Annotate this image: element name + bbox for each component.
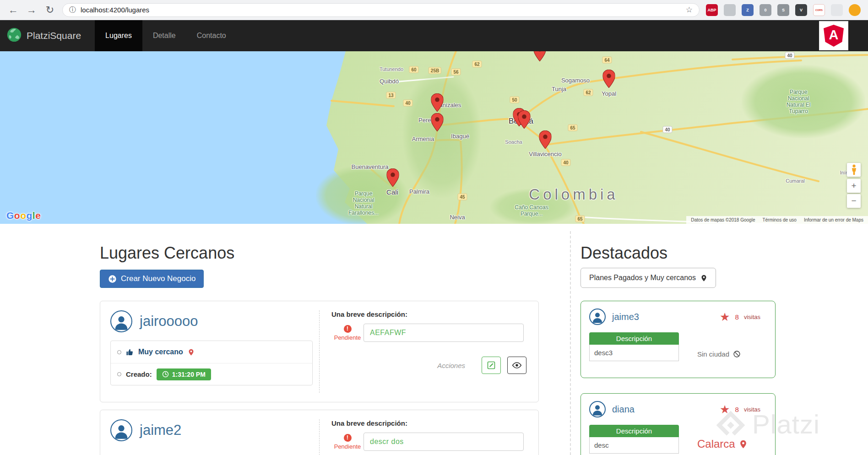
featured-name-link[interactable]: diana xyxy=(612,404,635,415)
map-pin-icon xyxy=(700,275,707,282)
map-marker-icon[interactable] xyxy=(431,93,444,114)
brand[interactable]: PlatziSquare xyxy=(0,20,81,51)
place-name-link[interactable]: jaime2 xyxy=(140,422,181,439)
description-label: Una breve descripción: xyxy=(331,419,528,427)
page-title: Lugares Cercanos xyxy=(100,244,539,262)
map-label: Colombia xyxy=(529,191,618,198)
map-marker-icon[interactable] xyxy=(534,51,546,63)
city-info: Calarca xyxy=(697,438,748,450)
exclamation-icon: ! xyxy=(344,325,352,333)
map-label: Sogamoso xyxy=(561,77,590,84)
eye-icon xyxy=(512,361,522,369)
nav-item-contacto[interactable]: Contacto xyxy=(186,20,237,51)
user-avatar-icon xyxy=(110,419,132,441)
map-marker-icon[interactable] xyxy=(603,70,615,90)
featured-card: jaime3 ★ 8 visitas Descripción Sin ciuda… xyxy=(580,301,776,378)
city-label: Calarca xyxy=(697,438,735,450)
user-avatar-angular-logo[interactable]: A xyxy=(819,21,848,50)
forward-button[interactable]: → xyxy=(26,5,38,15)
extension-icon[interactable] xyxy=(724,4,736,16)
visits: ★ 8 visitas xyxy=(720,404,760,415)
destacados-section: Destacados Planes Pagados y Muy cercanos… xyxy=(580,233,776,455)
place-name-link[interactable]: jairooooo xyxy=(140,313,198,330)
destacados-title: Destacados xyxy=(580,244,776,262)
google-map[interactable]: TutunendoQuibdóSogamosoTunjaYopalManizal… xyxy=(0,51,868,224)
status-pending: ! Pendiente xyxy=(331,434,363,450)
nav-item-lugares[interactable]: Lugares xyxy=(95,20,142,51)
route-shield: 45 xyxy=(457,194,467,200)
user-avatar-icon xyxy=(589,309,606,325)
map-pin-icon xyxy=(188,349,195,356)
lugares-section: Lugares Cercanos Crear Nuevo Negocio xyxy=(100,233,539,455)
globe-icon xyxy=(6,27,22,44)
map-annotations: TutunendoQuibdóSogamosoTunjaYopalManizal… xyxy=(0,51,868,224)
extension-icon[interactable]: CORS xyxy=(813,4,825,16)
map-marker-icon[interactable] xyxy=(431,113,444,133)
route-shield: 62 xyxy=(472,61,482,68)
report-error-link[interactable]: Informar de un error de Maps xyxy=(804,217,863,222)
visits: ★ 8 visitas xyxy=(720,311,760,323)
google-logo[interactable]: Google xyxy=(6,210,41,221)
place-card: jaime2 Una breve descripción: ! Pendient… xyxy=(100,410,539,455)
extension-icon[interactable]: 0 xyxy=(760,4,771,16)
filter-plans-button[interactable]: Planes Pagados y Muy cercanos xyxy=(580,268,716,288)
description-input[interactable] xyxy=(363,324,524,342)
brand-name: PlatziSquare xyxy=(27,30,81,41)
visit-count: 8 xyxy=(735,406,739,413)
create-business-button[interactable]: Crear Nuevo Negocio xyxy=(100,270,204,288)
city-label: Sin ciudad xyxy=(697,350,729,358)
map-label: Cumaral xyxy=(786,178,805,184)
map-label: Yopal xyxy=(602,90,616,97)
description-input[interactable] xyxy=(363,433,524,451)
url-text: localhost:4200/lugares xyxy=(81,6,149,14)
zoom-out-button[interactable]: − xyxy=(847,194,861,208)
extension-icon[interactable]: Z xyxy=(742,4,754,16)
visit-count: 8 xyxy=(735,313,739,321)
map-pin-icon xyxy=(739,440,748,449)
visit-label: visitas xyxy=(744,406,760,413)
featured-description-input[interactable] xyxy=(589,345,679,361)
featured-name-link[interactable]: jaime3 xyxy=(612,312,639,322)
featured-description-input[interactable] xyxy=(589,437,679,454)
view-button[interactable] xyxy=(507,357,526,374)
description-label: Una breve descripción: xyxy=(331,310,528,318)
extension-icon[interactable] xyxy=(831,4,843,16)
nav-item-detalle[interactable]: Detalle xyxy=(142,20,186,51)
back-button[interactable]: ← xyxy=(7,5,19,15)
plus-circle-icon xyxy=(108,275,117,283)
route-shield: 40 xyxy=(561,159,570,166)
street-view-pegman[interactable] xyxy=(847,163,861,177)
map-marker-icon[interactable] xyxy=(387,168,399,189)
extension-icon[interactable]: ABP xyxy=(706,4,718,16)
proximity-row: Muy cercano xyxy=(111,341,312,363)
reload-button[interactable]: ↻ xyxy=(44,5,56,15)
map-marker-icon[interactable] xyxy=(539,130,552,151)
visit-label: visitas xyxy=(744,314,760,320)
extension-icon[interactable]: S xyxy=(777,4,789,16)
map-marker-icon[interactable] xyxy=(518,110,531,130)
browser-window: ← → ↻ ⓘ localhost:4200/lugares ☆ ABPZ0SV… xyxy=(0,0,868,455)
browser-toolbar: ← → ↻ ⓘ localhost:4200/lugares ☆ ABPZ0SV… xyxy=(0,0,868,20)
route-shield: 25B xyxy=(429,67,441,74)
exclamation-icon: ! xyxy=(344,434,352,442)
address-bar[interactable]: ⓘ localhost:4200/lugares ☆ xyxy=(62,3,700,17)
map-label: Palmira xyxy=(409,188,429,195)
place-info-box: Muy cercano Creado: 1 xyxy=(110,341,313,385)
extension-icon[interactable]: V xyxy=(795,4,807,16)
terms-link[interactable]: Términos de uso xyxy=(762,217,796,222)
route-shield: 40 xyxy=(403,100,412,107)
route-shield: 64 xyxy=(602,57,612,64)
map-label: Neiva xyxy=(450,214,465,221)
route-shield: 65 xyxy=(568,125,577,131)
map-label: Armenia xyxy=(412,135,434,142)
edit-pencil-icon xyxy=(487,361,496,370)
edit-button[interactable] xyxy=(482,357,501,374)
created-time-badge: 1:31:20 PM xyxy=(157,368,211,380)
zoom-in-button[interactable]: + xyxy=(847,179,861,193)
map-label: Villavicencio xyxy=(529,151,561,157)
bookmark-star-icon[interactable]: ☆ xyxy=(686,5,693,15)
thumbs-up-icon xyxy=(126,348,134,356)
ban-icon xyxy=(733,350,741,358)
extension-icon[interactable] xyxy=(849,4,861,16)
page-info-icon[interactable]: ⓘ xyxy=(69,5,76,14)
